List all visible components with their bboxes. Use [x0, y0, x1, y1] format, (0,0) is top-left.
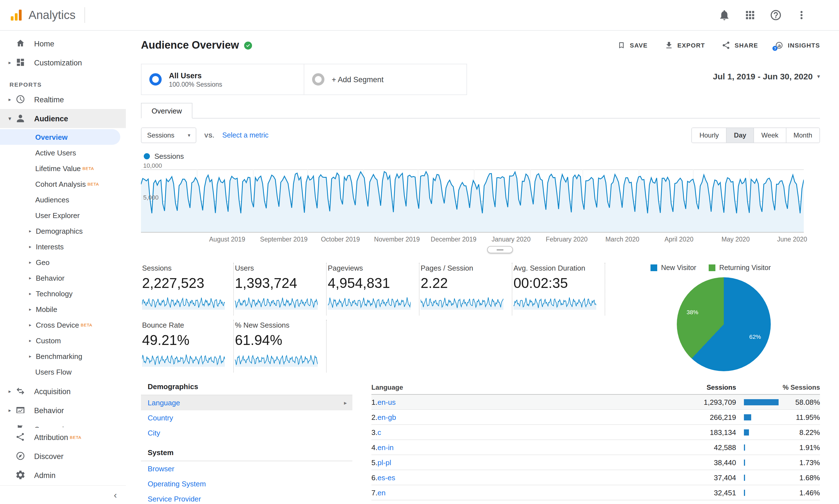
add-segment-button[interactable]: + Add Segment — [304, 64, 467, 95]
sidebar-subitem-active-users[interactable]: Active Users — [0, 145, 120, 160]
language-link[interactable]: en — [378, 488, 386, 497]
table-row[interactable]: 4.en-in42,5881.91% — [371, 440, 820, 455]
timeline-scrubber-handle[interactable] — [487, 246, 513, 253]
metric-card-sessions[interactable]: Sessions2,227,523 — [141, 263, 234, 315]
sessions-line-chart[interactable]: 10,000 5,000 — [141, 169, 820, 233]
sidebar-item-customization[interactable]: ▸Customization — [0, 53, 126, 72]
dimension-link-country[interactable]: Country — [141, 410, 352, 426]
notifications-bell-icon[interactable] — [718, 9, 731, 21]
chevron-down-icon: ▾ — [5, 116, 14, 121]
table-row[interactable]: 6.es-es37,4041.68% — [371, 470, 820, 485]
sidebar-item-discover[interactable]: Discover — [0, 447, 126, 466]
visitor-pie-chart[interactable]: 62% 38% — [677, 277, 771, 371]
table-row[interactable]: 1.en-us1,293,70958.08% — [371, 395, 820, 410]
metric-card--new-sessions[interactable]: % New Sessions61.94% — [234, 320, 327, 372]
pct-sessions-cell: 1.68% — [736, 473, 820, 482]
row-rank: 4. — [371, 443, 378, 451]
export-button[interactable]: EXPORT — [664, 41, 705, 50]
sidebar-subitem-cross-device[interactable]: ▸Cross DeviceBETA — [0, 317, 120, 332]
select-a-metric-link[interactable]: Select a metric — [222, 131, 268, 139]
sidebar-item-audience[interactable]: ▾Audience — [0, 109, 126, 128]
sidebar-subitem-custom[interactable]: ▸Custom — [0, 332, 120, 348]
insights-button[interactable]: ? INSIGHTS — [775, 41, 820, 50]
sessions-legend-label: Sessions — [154, 152, 184, 160]
language-link[interactable]: en-in — [378, 443, 394, 451]
metric-value: 2.22 — [421, 275, 505, 291]
language-link[interactable]: es-es — [378, 473, 395, 482]
sidebar-subitem-user-explorer[interactable]: User Explorer — [0, 208, 120, 223]
date-range-selector[interactable]: Jul 1, 2019 - Jun 30, 2020 ▾ — [713, 72, 820, 81]
x-axis-label: May 2020 — [721, 236, 750, 242]
sidebar-item-admin[interactable]: Admin — [0, 466, 126, 485]
language-cell: 6.es-es — [371, 473, 652, 482]
metric-value: 4,954,831 — [328, 275, 412, 291]
help-icon[interactable] — [770, 9, 782, 21]
sidebar-subitem-lifetime-value[interactable]: Lifetime ValueBETA — [0, 160, 120, 176]
segment-all-users[interactable]: All Users 100.00% Sessions — [141, 64, 304, 95]
table-row[interactable]: 5.pl-pl38,4401.73% — [371, 455, 820, 470]
sidebar-item-acquisition[interactable]: ▸Acquisition — [0, 382, 126, 401]
sidebar-subitem-benchmarking[interactable]: ▸Benchmarking — [0, 348, 120, 364]
dimension-link-language[interactable]: Language▸ — [141, 395, 352, 410]
dimension-link-operating-system[interactable]: Operating System — [141, 476, 352, 491]
sidebar-subitem-technology[interactable]: ▸Technology — [0, 286, 120, 301]
beta-badge: BETA — [83, 166, 94, 171]
chevron-right-icon: ▸ — [5, 60, 14, 66]
sidebar-subitem-overview[interactable]: Overview — [0, 129, 120, 145]
granularity-hourly-button[interactable]: Hourly — [692, 128, 726, 143]
chevron-right-icon: ▸ — [5, 408, 14, 413]
language-link[interactable]: en-us — [378, 398, 396, 406]
sidebar-item-behavior[interactable]: ▸Behavior — [0, 401, 126, 420]
language-link[interactable]: pl-pl — [378, 458, 391, 467]
metric-card-pageviews[interactable]: Pageviews4,954,831 — [327, 263, 420, 315]
dimension-link-browser[interactable]: Browser — [141, 461, 352, 476]
metric-card-pages-session[interactable]: Pages / Session2.22 — [420, 263, 512, 315]
sidebar-subitem-mobile[interactable]: ▸Mobile — [0, 301, 120, 317]
metric-select-dropdown[interactable]: Sessions ▾ — [141, 127, 196, 143]
sidebar-item-conversions[interactable]: ▸Conversions — [0, 420, 126, 428]
granularity-day-button[interactable]: Day — [726, 128, 753, 143]
sessions-cell: 183,134 — [652, 428, 736, 436]
more-vertical-icon[interactable] — [796, 9, 808, 21]
table-row[interactable]: 8.fr-fr27,1541.22% — [371, 500, 820, 504]
save-button[interactable]: SAVE — [617, 41, 648, 50]
metric-sparkline — [235, 295, 318, 310]
apps-grid-icon[interactable] — [744, 9, 756, 21]
sidebar-subitem-interests[interactable]: ▸Interests — [0, 239, 120, 254]
language-link[interactable]: en-gb — [378, 413, 396, 421]
sessions-cell: 38,440 — [652, 458, 736, 467]
metric-card-avg-session-duration[interactable]: Avg. Session Duration00:02:35 — [512, 263, 605, 315]
collapse-sidebar-button[interactable]: ‹ — [114, 490, 117, 500]
logo-area[interactable]: Analytics — [0, 7, 85, 23]
sidebar-subitem-audiences[interactable]: Audiences — [0, 192, 120, 208]
sidebar-subitem-users-flow[interactable]: Users Flow — [0, 364, 120, 380]
granularity-week-button[interactable]: Week — [753, 128, 786, 143]
sidebar-item-realtime[interactable]: ▸Realtime — [0, 90, 126, 109]
sidebar-audience-children: OverviewActive UsersLifetime ValueBETACo… — [0, 128, 126, 382]
language-link[interactable]: c — [378, 428, 381, 436]
sidebar-item-label: Admin — [34, 471, 56, 480]
sidebar-subitem-geo[interactable]: ▸Geo — [0, 254, 120, 270]
sidebar-subitem-behavior[interactable]: ▸Behavior — [0, 270, 120, 286]
chevron-right-icon: ▸ — [29, 338, 36, 343]
sidebar-item-home[interactable]: Home — [0, 34, 126, 53]
metric-card-bounce-rate[interactable]: Bounce Rate49.21% — [141, 320, 234, 372]
table-row[interactable]: 2.en-gb266,21911.95% — [371, 410, 820, 425]
metric-cards-grid: Sessions2,227,523Users1,393,724Pageviews… — [141, 263, 605, 377]
granularity-month-button[interactable]: Month — [786, 128, 819, 143]
analytics-app: Analytics Home▸CustomizationREPORTS▸Real… — [0, 0, 839, 504]
share-button[interactable]: SHARE — [722, 41, 758, 50]
tab-overview[interactable]: Overview — [141, 103, 192, 119]
dimension-link-city[interactable]: City — [141, 426, 352, 440]
dimension-group-title: Demographics — [141, 380, 352, 395]
table-row[interactable]: 3.c183,1348.22% — [371, 425, 820, 440]
sidebar-item-attribution[interactable]: AttributionBETA — [0, 428, 126, 447]
pct-bar — [744, 414, 751, 420]
dimension-link-service-provider[interactable]: Service Provider — [141, 491, 352, 504]
sidebar-subitem-cohort-analysis[interactable]: Cohort AnalysisBETA — [0, 176, 120, 192]
table-row[interactable]: 7.en32,4511.46% — [371, 485, 820, 500]
sidebar-item-label: Discover — [34, 452, 64, 461]
metric-card-users[interactable]: Users1,393,724 — [234, 263, 327, 315]
sidebar-subitem-demographics[interactable]: ▸Demographics — [0, 223, 120, 239]
body-row: Home▸CustomizationREPORTS▸Realtime▾Audie… — [0, 31, 839, 504]
